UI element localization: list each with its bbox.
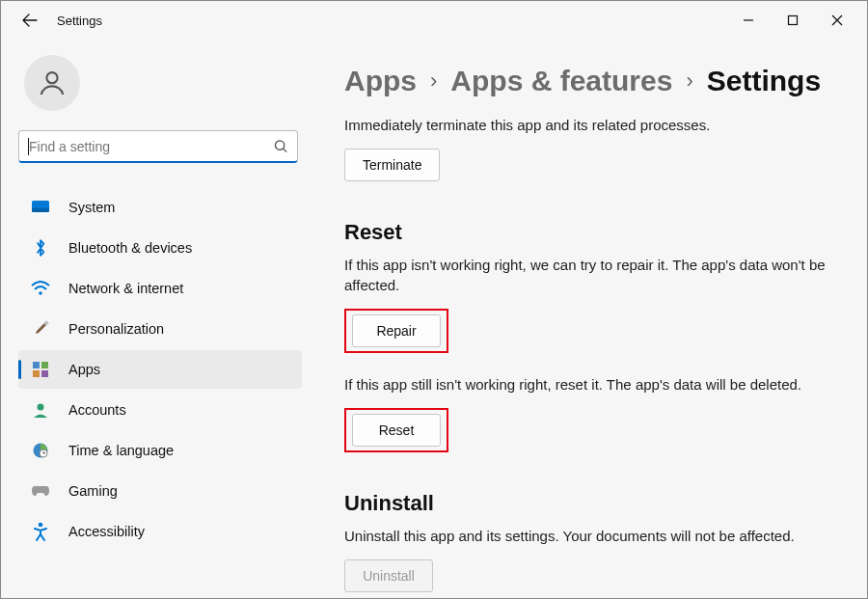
close-icon xyxy=(831,14,843,26)
apps-icon xyxy=(30,359,51,380)
repair-description: If this app isn't working right, we can … xyxy=(344,255,840,295)
nav-item-bluetooth[interactable]: Bluetooth & devices xyxy=(18,229,302,267)
svg-point-3 xyxy=(275,141,284,150)
nav-label: Accessibility xyxy=(68,524,145,539)
svg-point-7 xyxy=(39,291,42,295)
nav-list: System Bluetooth & devices Network & int… xyxy=(18,188,302,551)
accessibility-icon xyxy=(30,521,51,542)
accounts-icon xyxy=(30,399,51,421)
titlebar: Settings xyxy=(1,1,867,40)
nav-item-network[interactable]: Network & internet xyxy=(18,269,302,308)
nav-label: Personalization xyxy=(68,321,164,337)
terminate-button[interactable]: Terminate xyxy=(344,149,440,181)
reset-description: If this app still isn't working right, r… xyxy=(344,374,840,395)
svg-rect-11 xyxy=(33,370,40,377)
chevron-right-icon: › xyxy=(686,68,692,94)
nav-item-time[interactable]: Time & language xyxy=(18,431,302,470)
svg-point-16 xyxy=(39,523,43,528)
person-icon xyxy=(37,68,68,98)
search-input[interactable] xyxy=(18,130,298,163)
window-controls xyxy=(726,5,859,36)
svg-point-2 xyxy=(46,72,57,83)
search-icon xyxy=(274,140,288,154)
gamepad-icon xyxy=(30,480,51,502)
nav-label: Accounts xyxy=(68,402,126,418)
terminate-description: Immediately terminate this app and its r… xyxy=(344,115,840,135)
globe-clock-icon xyxy=(30,440,51,461)
minimize-icon xyxy=(743,14,754,26)
maximize-button[interactable] xyxy=(771,5,815,36)
svg-point-13 xyxy=(38,404,44,411)
svg-rect-9 xyxy=(33,362,40,368)
close-button[interactable] xyxy=(815,5,859,36)
breadcrumb: Apps › Apps & features › Settings xyxy=(344,65,840,97)
svg-rect-12 xyxy=(41,370,48,377)
nav-label: Network & internet xyxy=(68,281,183,296)
sidebar: System Bluetooth & devices Network & int… xyxy=(1,40,310,598)
nav-label: Bluetooth & devices xyxy=(68,240,192,256)
search-field[interactable] xyxy=(18,130,298,163)
uninstall-heading: Uninstall xyxy=(344,491,840,516)
main-content: Apps › Apps & features › Settings Immedi… xyxy=(310,40,867,598)
chevron-right-icon: › xyxy=(430,68,437,94)
nav-item-personalization[interactable]: Personalization xyxy=(18,310,302,348)
window-title: Settings xyxy=(57,14,102,28)
nav-label: Time & language xyxy=(68,443,174,458)
nav-label: Apps xyxy=(68,362,100,377)
nav-item-accounts[interactable]: Accounts xyxy=(18,391,302,429)
nav-label: Gaming xyxy=(68,483,118,499)
breadcrumb-current: Settings xyxy=(707,65,821,97)
uninstall-button[interactable]: Uninstall xyxy=(344,559,433,592)
nav-item-gaming[interactable]: Gaming xyxy=(18,472,302,510)
uninstall-description: Uninstall this app and its settings. You… xyxy=(344,526,840,546)
repair-button[interactable]: Repair xyxy=(352,314,441,347)
maximize-icon xyxy=(787,14,799,26)
breadcrumb-apps-features[interactable]: Apps & features xyxy=(450,65,672,97)
brush-icon xyxy=(30,318,51,340)
svg-rect-6 xyxy=(32,208,49,212)
nav-item-accessibility[interactable]: Accessibility xyxy=(18,512,302,551)
svg-rect-10 xyxy=(41,362,48,368)
nav-item-apps[interactable]: Apps xyxy=(18,350,302,389)
nav-item-system[interactable]: System xyxy=(18,188,302,227)
system-icon xyxy=(30,197,51,218)
text-cursor xyxy=(28,138,29,155)
arrow-left-icon xyxy=(22,13,38,28)
user-avatar[interactable] xyxy=(24,55,80,111)
breadcrumb-apps[interactable]: Apps xyxy=(344,65,417,97)
svg-line-4 xyxy=(284,149,286,151)
repair-highlight: Repair xyxy=(344,309,448,353)
reset-heading: Reset xyxy=(344,220,840,245)
minimize-button[interactable] xyxy=(726,5,771,36)
nav-label: System xyxy=(68,200,115,215)
reset-highlight: Reset xyxy=(344,408,448,452)
wifi-icon xyxy=(30,278,51,299)
svg-rect-1 xyxy=(789,16,798,25)
back-button[interactable] xyxy=(16,7,43,34)
reset-button[interactable]: Reset xyxy=(352,414,441,447)
bluetooth-icon xyxy=(30,237,51,259)
